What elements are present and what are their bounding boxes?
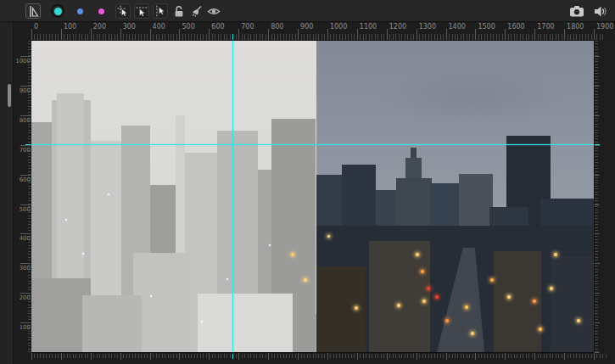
ruler-tick [120,353,121,360]
ruler-tick [475,29,476,40]
ruler-label: 300 [14,265,31,272]
ruler-label: 900 [14,87,31,94]
guide-color-blue-button[interactable] [77,8,83,14]
ruler-left[interactable]: 10009008007006005004003002001000 [14,41,31,364]
ruler-label: 1300 [419,23,436,31]
ruler-tick [594,56,600,57]
drag-guide-vertical-button[interactable] [153,3,168,19]
ruler-tick [594,86,600,87]
lock-guides-button[interactable] [171,3,187,19]
guide-color-cyan-button[interactable] [51,4,64,18]
city-building [198,294,293,352]
city-light [550,287,553,290]
city-building [316,266,366,352]
ruler-tick [357,29,358,40]
city-light [471,332,474,335]
ruler-tick [594,322,600,323]
ruler-label: 900 [300,23,313,31]
app-window: { "colors":{ "accent_cyan":"#35d8d2","do… [0,0,615,364]
ruler-label: 600 [211,23,224,31]
ruler-tick [20,86,31,87]
ruler-tick [31,29,32,40]
ruler-tick [594,353,595,360]
ruler-label: 500 [182,23,194,31]
ruler-tick [594,204,600,205]
horizontal-guide[interactable] [31,144,594,145]
ruler-tick [20,322,31,323]
ruler-tick [594,233,600,234]
city-light [416,253,419,256]
ruler-tick [31,353,32,360]
broom-icon [190,5,203,18]
ruler-tick [387,29,388,40]
city-light [421,270,424,273]
window-highlight [226,278,228,280]
city-light [465,305,468,309]
drag-guide-horizontal-button[interactable] [134,3,149,19]
speaker-icon [594,5,607,18]
ruler-label: 1800 [567,23,584,31]
city-light [427,287,430,290]
city-building [369,241,430,352]
window-highlight [201,321,203,322]
ruler-top[interactable]: 0100200300400500600700800900100011001200… [14,22,615,41]
ruler-tick [417,353,417,360]
ruler-tick [91,353,92,360]
ruler-bottom[interactable] [14,352,607,364]
ruler-tick [91,29,92,40]
city-light [397,304,400,307]
unlocked-padlock-icon [173,5,185,18]
ruler-right[interactable] [594,41,604,352]
ruler-label: 200 [14,294,31,301]
ruler-tick [61,29,62,40]
city-building [551,256,594,352]
ruler-tick [120,29,121,40]
ruler-tick [594,352,600,353]
city-light [577,319,580,322]
ruler-tick [564,353,565,360]
ruler-tick [150,29,151,40]
toggle-guides-button[interactable] [206,3,221,19]
guide-ruler-mark [25,144,31,145]
ruler-tick [298,353,299,360]
ruler-label: 300 [123,23,136,31]
ruler-label: 400 [14,235,31,242]
ruler-tick [534,353,535,360]
window-highlight [108,193,109,195]
city-light [304,278,307,282]
screenshot-button[interactable] [569,3,584,19]
ruler-tick [20,56,31,57]
ruler-label: 1600 [507,23,524,31]
left-panel-strip [0,22,14,364]
ruler-label: 1500 [478,23,495,31]
city-light [533,300,536,303]
drag-guides-both-button[interactable] [115,3,131,19]
ruler-tick [327,29,328,40]
ruler-tick [238,353,239,360]
city-light [490,278,494,282]
clear-guides-button[interactable] [188,3,204,19]
ruler-label: 1900 [596,23,613,31]
city-light [445,319,449,322]
guide-color-magenta-button[interactable] [98,8,104,14]
audio-button[interactable] [593,3,608,19]
cursor-vline-icon [154,5,166,17]
set-square-tool-button[interactable] [25,3,41,19]
vertical-guide[interactable] [232,41,233,352]
guide-ruler-mark [595,144,600,145]
ruler-tick [594,115,600,116]
ruler-tick [387,353,388,360]
city-light [422,300,426,303]
panel-grip[interactable] [8,84,11,107]
ruler-label: 100 [14,324,31,331]
guide-ruler-mark [232,354,233,359]
camera-icon [569,4,584,18]
ruler-tick [417,29,417,40]
city-light [539,328,542,331]
ruler-tick [20,204,31,205]
set-square-icon [27,5,39,18]
ruler-tick [20,233,31,234]
city-light [554,253,557,256]
ruler-tick [150,353,151,360]
ruler-tick [179,353,180,360]
